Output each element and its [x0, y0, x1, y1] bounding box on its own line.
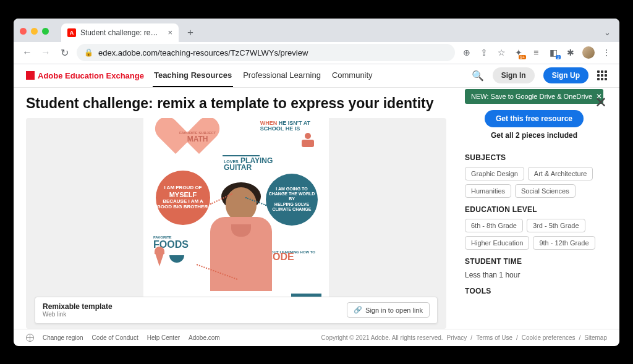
footer-change-region[interactable]: Change region — [43, 334, 83, 341]
skateboarder-icon — [299, 133, 316, 150]
buffer-extension-icon[interactable]: ≡ — [530, 47, 542, 58]
browser-tab-bar: A Student challenge: remix a tem × + ⌄ — [14, 19, 619, 42]
sign-in-button[interactable]: Sign In — [493, 67, 535, 83]
heart-text: FAVORITE SUBJECT MATH — [179, 130, 216, 144]
footer-terms[interactable]: Terms of Use — [476, 334, 512, 341]
browser-menu-icon[interactable]: ⋮ — [601, 47, 612, 58]
adobe-logo-icon — [26, 71, 35, 80]
link-card-title: Remixable template — [43, 302, 347, 311]
when-text: WHEN HE ISN'T AT SCHOOL HE IS — [260, 121, 310, 132]
reload-button[interactable]: ↻ — [58, 47, 70, 59]
back-button[interactable]: ← — [21, 47, 33, 58]
template-graphic: FAVORITE SUBJECT MATH WHEN HE ISN'T AT S… — [143, 118, 329, 303]
get-resource-button[interactable]: Get this free resource — [485, 110, 584, 127]
lock-icon: 🔒 — [84, 48, 93, 57]
extension-icon[interactable]: ✦9+ — [513, 47, 524, 58]
share-icon[interactable]: ⇪ — [478, 47, 490, 58]
education-heading: EDUCATION LEVEL — [465, 205, 603, 214]
url-field[interactable]: 🔒 edex.adobe.com/teaching-resources/TzC7… — [77, 44, 455, 61]
footer-copyright: Copyright © 2021 Adobe. All rights reser… — [321, 334, 443, 341]
tab-title: Student challenge: remix a tem — [80, 28, 163, 37]
sign-up-button[interactable]: Sign Up — [543, 67, 588, 83]
site-footer: Change region Code of Conduct Help Cente… — [14, 329, 619, 346]
nav-community[interactable]: Community — [331, 64, 374, 87]
ice-cream-icon — [155, 252, 164, 266]
tab-list-chevron-icon[interactable]: ⌄ — [604, 28, 611, 37]
link-icon: 🔗 — [354, 306, 362, 314]
pieces-included-text: Get all 2 pieces included — [465, 131, 603, 140]
chip-art-architecture[interactable]: Art & Architecture — [528, 167, 593, 180]
chip-social-sciences[interactable]: Social Sciences — [515, 184, 576, 198]
url-text: edex.adobe.com/teaching-resources/TzC7WL… — [98, 48, 308, 57]
minimize-window-icon[interactable] — [31, 28, 38, 35]
globe-icon[interactable] — [26, 334, 34, 342]
chip-higher-education[interactable]: Higher Education — [465, 236, 529, 250]
nav-teaching-resources[interactable]: Teaching Resources — [153, 64, 233, 87]
sign-in-open-link-button[interactable]: 🔗 Sign in to open link — [347, 302, 430, 318]
brand-text: Adobe Education Exchange — [38, 71, 144, 80]
chip-9-12-grade[interactable]: 9th - 12th Grade — [533, 236, 595, 250]
person-illustration — [204, 187, 278, 303]
page-title: Student challenge: remix a template to e… — [26, 95, 446, 112]
subjects-heading: SUBJECTS — [465, 153, 603, 162]
chip-3-5-grade[interactable]: 3rd - 5th Grade — [527, 219, 585, 232]
zoom-icon[interactable]: ⊕ — [461, 47, 472, 58]
student-time-value: Less than 1 hour — [465, 271, 603, 279]
toolbar-actions: ⊕ ⇪ ☆ ✦9+ ≡ ◧3 ✱ ⋮ — [461, 46, 612, 59]
proud-circle: I AM PROUD OFMYSELFBECAUSE I AM AGOOD BI… — [156, 171, 210, 225]
nav-professional-learning[interactable]: Professional Learning — [242, 64, 322, 87]
chip-humanities[interactable]: Humanities — [465, 184, 511, 198]
browser-address-bar: ← → ↻ 🔒 edex.adobe.com/teaching-resource… — [14, 42, 619, 64]
footer-adobe-com[interactable]: Adobe.com — [189, 334, 220, 341]
search-icon[interactable]: 🔍 — [472, 70, 484, 82]
chip-6-8-grade[interactable]: 6th - 8th Grade — [465, 219, 523, 232]
brand-logo[interactable]: Adobe Education Exchange — [26, 71, 144, 80]
profile-avatar[interactable] — [582, 46, 595, 59]
student-time-heading: STUDENT TIME — [465, 257, 603, 266]
footer-cookie[interactable]: Cookie preferences — [522, 334, 576, 341]
app-launcher-icon[interactable] — [597, 70, 607, 80]
window-controls — [20, 28, 49, 35]
guitar-text: LOVES PLAYINGGUITAR — [224, 158, 273, 172]
extension-icon-2[interactable]: ◧3 — [548, 47, 559, 58]
extensions-puzzle-icon[interactable]: ✱ — [565, 47, 576, 58]
bookmark-star-icon[interactable]: ☆ — [496, 47, 507, 58]
favicon-adobe-icon: A — [67, 28, 76, 37]
chip-graphic-design[interactable]: Graphic Design — [465, 167, 524, 180]
site-header: Adobe Education Exchange Teaching Resour… — [14, 64, 619, 88]
footer-privacy[interactable]: Privacy — [447, 334, 467, 341]
sidebar: NEW: Save to Google Drive & OneDrive ✕ G… — [459, 88, 619, 329]
bowl-icon — [169, 255, 184, 263]
link-card: Remixable template Web link 🔗 Sign in to… — [35, 297, 438, 324]
maximize-window-icon[interactable] — [42, 28, 49, 35]
template-preview: FAVORITE SUBJECT MATH WHEN HE ISN'T AT S… — [26, 118, 446, 329]
footer-sitemap[interactable]: Sitemap — [584, 334, 607, 341]
forward-button: → — [40, 47, 52, 58]
close-window-icon[interactable] — [20, 28, 27, 35]
link-card-subtitle: Web link — [43, 311, 347, 318]
new-tab-button[interactable]: + — [182, 25, 198, 41]
close-icon[interactable]: ✕ — [595, 94, 607, 111]
tools-heading: TOOLS — [465, 287, 603, 295]
tab-close-icon[interactable]: × — [168, 28, 172, 37]
footer-code-of-conduct[interactable]: Code of Conduct — [92, 334, 138, 341]
footer-help-center[interactable]: Help Center — [147, 334, 180, 341]
save-banner[interactable]: NEW: Save to Google Drive & OneDrive ✕ — [465, 89, 603, 104]
browser-tab[interactable]: A Student challenge: remix a tem × — [61, 23, 179, 42]
